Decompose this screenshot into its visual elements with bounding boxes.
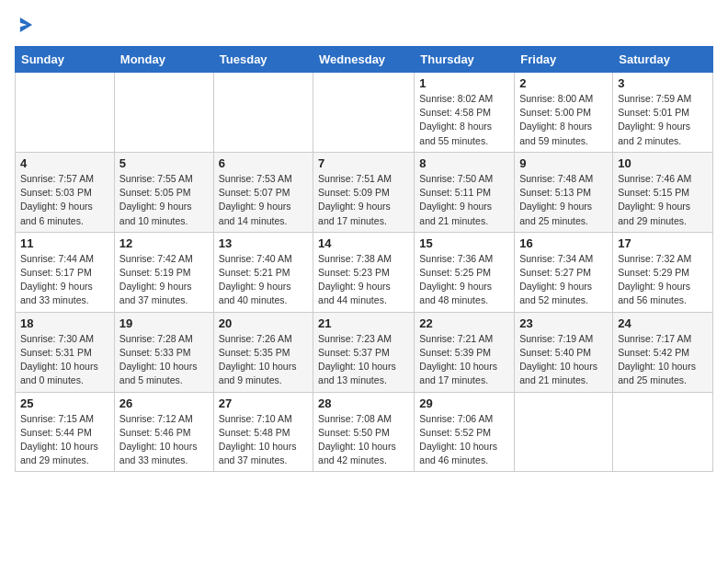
calendar-cell: 4Sunrise: 7:57 AM Sunset: 5:03 PM Daylig…	[16, 152, 115, 232]
calendar-week-row: 1Sunrise: 8:02 AM Sunset: 4:58 PM Daylig…	[16, 73, 713, 153]
day-of-week-header: Tuesday	[213, 47, 313, 73]
calendar-cell	[515, 392, 613, 472]
day-info: Sunrise: 7:50 AM Sunset: 5:11 PM Dayligh…	[419, 172, 509, 228]
day-number: 10	[618, 156, 708, 170]
day-info: Sunrise: 7:17 AM Sunset: 5:42 PM Dayligh…	[618, 332, 708, 388]
calendar-cell: 29Sunrise: 7:06 AM Sunset: 5:52 PM Dayli…	[415, 392, 515, 472]
calendar-cell: 17Sunrise: 7:32 AM Sunset: 5:29 PM Dayli…	[613, 232, 713, 312]
day-number: 13	[219, 236, 308, 250]
calendar-cell: 18Sunrise: 7:30 AM Sunset: 5:31 PM Dayli…	[16, 312, 115, 392]
day-of-week-header: Monday	[114, 47, 213, 73]
day-number: 16	[519, 236, 608, 250]
day-number: 25	[20, 396, 109, 410]
day-info: Sunrise: 7:42 AM Sunset: 5:19 PM Dayligh…	[119, 252, 209, 308]
calendar-cell: 19Sunrise: 7:28 AM Sunset: 5:33 PM Dayli…	[114, 312, 213, 392]
calendar-cell: 23Sunrise: 7:19 AM Sunset: 5:40 PM Dayli…	[515, 312, 613, 392]
day-number: 20	[219, 316, 308, 330]
day-info: Sunrise: 7:21 AM Sunset: 5:39 PM Dayligh…	[419, 332, 509, 388]
calendar-cell: 8Sunrise: 7:50 AM Sunset: 5:11 PM Daylig…	[415, 152, 515, 232]
day-info: Sunrise: 7:57 AM Sunset: 5:03 PM Dayligh…	[20, 172, 109, 228]
day-info: Sunrise: 7:32 AM Sunset: 5:29 PM Dayligh…	[618, 252, 708, 308]
day-number: 5	[119, 156, 209, 170]
calendar-cell	[613, 392, 713, 472]
day-number: 22	[419, 316, 509, 330]
day-number: 27	[219, 396, 308, 410]
calendar-cell: 5Sunrise: 7:55 AM Sunset: 5:05 PM Daylig…	[114, 152, 213, 232]
calendar-cell: 11Sunrise: 7:44 AM Sunset: 5:17 PM Dayli…	[16, 232, 115, 312]
calendar-cell	[313, 73, 415, 153]
day-info: Sunrise: 7:10 AM Sunset: 5:48 PM Dayligh…	[219, 412, 308, 468]
calendar-cell: 9Sunrise: 7:48 AM Sunset: 5:13 PM Daylig…	[515, 152, 613, 232]
day-number: 2	[519, 76, 608, 90]
day-number: 12	[119, 236, 209, 250]
day-info: Sunrise: 7:23 AM Sunset: 5:37 PM Dayligh…	[318, 332, 409, 388]
calendar-body: 1Sunrise: 8:02 AM Sunset: 4:58 PM Daylig…	[16, 73, 713, 472]
day-number: 24	[618, 316, 708, 330]
calendar-cell: 6Sunrise: 7:53 AM Sunset: 5:07 PM Daylig…	[213, 152, 313, 232]
calendar-cell: 3Sunrise: 7:59 AM Sunset: 5:01 PM Daylig…	[613, 73, 713, 153]
day-of-week-header: Saturday	[613, 47, 713, 73]
day-number: 26	[119, 396, 209, 410]
day-info: Sunrise: 7:59 AM Sunset: 5:01 PM Dayligh…	[618, 92, 708, 148]
day-info: Sunrise: 7:40 AM Sunset: 5:21 PM Dayligh…	[219, 252, 308, 308]
day-info: Sunrise: 7:36 AM Sunset: 5:25 PM Dayligh…	[419, 252, 509, 308]
calendar-cell	[114, 73, 213, 153]
calendar-cell: 13Sunrise: 7:40 AM Sunset: 5:21 PM Dayli…	[213, 232, 313, 312]
day-info: Sunrise: 7:55 AM Sunset: 5:05 PM Dayligh…	[119, 172, 209, 228]
day-info: Sunrise: 7:44 AM Sunset: 5:17 PM Dayligh…	[20, 252, 109, 308]
day-info: Sunrise: 7:12 AM Sunset: 5:46 PM Dayligh…	[119, 412, 209, 468]
day-info: Sunrise: 8:00 AM Sunset: 5:00 PM Dayligh…	[519, 92, 608, 148]
day-info: Sunrise: 7:28 AM Sunset: 5:33 PM Dayligh…	[119, 332, 209, 388]
calendar-cell: 22Sunrise: 7:21 AM Sunset: 5:39 PM Dayli…	[415, 312, 515, 392]
calendar-cell: 24Sunrise: 7:17 AM Sunset: 5:42 PM Dayli…	[613, 312, 713, 392]
day-number: 23	[519, 316, 608, 330]
calendar-cell: 14Sunrise: 7:38 AM Sunset: 5:23 PM Dayli…	[313, 232, 415, 312]
day-number: 3	[618, 76, 708, 90]
day-of-week-header: Thursday	[415, 47, 515, 73]
day-number: 17	[618, 236, 708, 250]
day-number: 14	[318, 236, 409, 250]
day-number: 11	[20, 236, 109, 250]
day-info: Sunrise: 7:08 AM Sunset: 5:50 PM Dayligh…	[318, 412, 409, 468]
day-info: Sunrise: 7:38 AM Sunset: 5:23 PM Dayligh…	[318, 252, 409, 308]
calendar-week-row: 11Sunrise: 7:44 AM Sunset: 5:17 PM Dayli…	[16, 232, 713, 312]
calendar-week-row: 4Sunrise: 7:57 AM Sunset: 5:03 PM Daylig…	[16, 152, 713, 232]
calendar-cell: 28Sunrise: 7:08 AM Sunset: 5:50 PM Dayli…	[313, 392, 415, 472]
calendar-cell: 26Sunrise: 7:12 AM Sunset: 5:46 PM Dayli…	[114, 392, 213, 472]
day-info: Sunrise: 7:19 AM Sunset: 5:40 PM Dayligh…	[519, 332, 608, 388]
logo-icon	[15, 15, 35, 35]
days-of-week-row: SundayMondayTuesdayWednesdayThursdayFrid…	[16, 47, 713, 73]
day-of-week-header: Friday	[515, 47, 613, 73]
calendar-cell: 20Sunrise: 7:26 AM Sunset: 5:35 PM Dayli…	[213, 312, 313, 392]
day-info: Sunrise: 7:46 AM Sunset: 5:15 PM Dayligh…	[618, 172, 708, 228]
calendar-cell: 2Sunrise: 8:00 AM Sunset: 5:00 PM Daylig…	[515, 73, 613, 153]
day-number: 18	[20, 316, 109, 330]
day-info: Sunrise: 7:34 AM Sunset: 5:27 PM Dayligh…	[519, 252, 608, 308]
day-number: 9	[519, 156, 608, 170]
day-number: 6	[219, 156, 308, 170]
calendar-cell: 16Sunrise: 7:34 AM Sunset: 5:27 PM Dayli…	[515, 232, 613, 312]
day-number: 1	[419, 76, 509, 90]
calendar-cell	[213, 73, 313, 153]
header	[15, 15, 713, 39]
svg-marker-0	[20, 17, 32, 32]
calendar-cell	[16, 73, 115, 153]
calendar-table: SundayMondayTuesdayWednesdayThursdayFrid…	[15, 46, 713, 472]
calendar-cell: 25Sunrise: 7:15 AM Sunset: 5:44 PM Dayli…	[16, 392, 115, 472]
calendar-cell: 10Sunrise: 7:46 AM Sunset: 5:15 PM Dayli…	[613, 152, 713, 232]
day-of-week-header: Sunday	[16, 47, 115, 73]
day-info: Sunrise: 7:48 AM Sunset: 5:13 PM Dayligh…	[519, 172, 608, 228]
logo	[15, 15, 39, 39]
day-info: Sunrise: 7:30 AM Sunset: 5:31 PM Dayligh…	[20, 332, 109, 388]
calendar-cell: 27Sunrise: 7:10 AM Sunset: 5:48 PM Dayli…	[213, 392, 313, 472]
day-number: 28	[318, 396, 409, 410]
day-number: 7	[318, 156, 409, 170]
calendar-cell: 15Sunrise: 7:36 AM Sunset: 5:25 PM Dayli…	[415, 232, 515, 312]
calendar-cell: 12Sunrise: 7:42 AM Sunset: 5:19 PM Dayli…	[114, 232, 213, 312]
day-info: Sunrise: 7:26 AM Sunset: 5:35 PM Dayligh…	[219, 332, 308, 388]
day-number: 15	[419, 236, 509, 250]
day-info: Sunrise: 8:02 AM Sunset: 4:58 PM Dayligh…	[419, 92, 509, 148]
calendar-week-row: 25Sunrise: 7:15 AM Sunset: 5:44 PM Dayli…	[16, 392, 713, 472]
day-number: 21	[318, 316, 409, 330]
day-info: Sunrise: 7:15 AM Sunset: 5:44 PM Dayligh…	[20, 412, 109, 468]
